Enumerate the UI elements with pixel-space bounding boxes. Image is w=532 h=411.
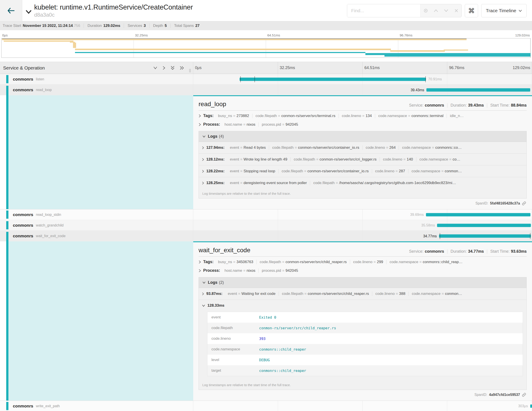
span-row-read-loop-stdin[interactable]: conmonrs read_loop_stdin 39.69ms: [0, 209, 532, 220]
process-chip: host.name=nixos: [221, 268, 259, 273]
logs-header[interactable]: Logs (2): [199, 277, 526, 288]
log-chip: code.lineno=388: [372, 292, 409, 296]
span-bar[interactable]: 303μs: [530, 404, 532, 408]
log-chip: code.filepath=conmon-rs/server/src/cri_l…: [291, 157, 380, 162]
focus-match-button[interactable]: [421, 4, 431, 17]
span-name-cell[interactable]: conmonrs watch_grandchild: [0, 220, 193, 230]
minimap-span-bar: [365, 53, 531, 55]
log-chip: event=Waiting for exit code: [225, 292, 279, 296]
span-bar[interactable]: 70.91ms: [240, 78, 426, 81]
span-row-write-exit-path[interactable]: conmonrs write_exit_path 303μs: [0, 401, 532, 411]
log-field-row: eventExited 0: [208, 312, 523, 323]
collapse-one-icon[interactable]: [153, 66, 158, 69]
span-detail-panel-read-loop: read_loop Service:conmonrs Duration:39.4…: [0, 95, 532, 209]
span-timeline-cell: 35.58ms: [193, 220, 532, 230]
deep-link-icon[interactable]: [522, 392, 526, 397]
stat-trace-start: Trace StartNovember 15 2022, 11:24:14.75…: [3, 24, 80, 28]
span-timeline-cell: 70.91ms: [193, 74, 532, 84]
chevron-right-icon: [199, 114, 201, 118]
process-row[interactable]: Process: host.name=nixos process.pid=942…: [193, 119, 532, 128]
expand-one-icon[interactable]: [162, 66, 165, 70]
log-entry[interactable]: 128.25ms: event=deregistering event sour…: [199, 177, 526, 189]
span-timeline-cell: 39.69ms: [193, 209, 532, 220]
chevron-down-icon: [202, 304, 205, 307]
operation-name: read_loop: [36, 88, 52, 92]
log-chip: code.filepath=conmon-rs/server/src/conta…: [269, 146, 362, 150]
tick-label: 96.76ms: [449, 66, 464, 70]
minimap-graph[interactable]: [1, 38, 531, 58]
service-name: conmonrs: [13, 88, 33, 92]
span-name-cell[interactable]: conmonrs wait_for_exit_code: [0, 231, 193, 241]
detail-span-title: read_loop: [199, 101, 226, 108]
span-bar[interactable]: 39.43ms: [426, 88, 530, 92]
log-entry[interactable]: 128.12ms: event=Wrote log line of length…: [199, 153, 526, 165]
log-entry[interactable]: 93.87ms: event=Waiting for exit code cod…: [199, 288, 526, 300]
tick-label: 0μs: [2, 33, 8, 37]
view-selector-button[interactable]: Trace Timeline: [481, 4, 527, 17]
tag-chip: busy_ns=34506763: [215, 260, 257, 264]
span-bar[interactable]: 34.77ms: [439, 235, 531, 238]
span-row-watch-grandchild[interactable]: conmonrs watch_grandchild 35.58ms: [0, 220, 532, 231]
span-name-cell[interactable]: conmonrs write_exit_path: [0, 401, 193, 411]
tick-label: 96.76ms: [400, 33, 413, 37]
minimap-span-bar: [384, 55, 531, 57]
next-match-button[interactable]: [441, 4, 451, 17]
span-timeline-cell: 39.43ms: [193, 85, 532, 95]
log-entry-expanded[interactable]: 128.33ms: [199, 300, 526, 311]
log-field-row: targetconmonrs::child_reaper: [208, 365, 523, 376]
chevron-right-icon: [202, 181, 204, 185]
service-color-indicator: [6, 402, 9, 410]
service-name: conmonrs: [13, 404, 33, 409]
minimap-span-bar: [75, 52, 365, 53]
span-bar[interactable]: 35.58ms: [437, 224, 531, 227]
collapse-all-icon[interactable]: [170, 66, 175, 70]
chevron-right-icon: [202, 158, 204, 161]
process-row[interactable]: Process: host.name=nixos process.pid=942…: [193, 265, 532, 274]
collapse-trace-icon[interactable]: [25, 9, 32, 15]
column-resizer[interactable]: [189, 69, 191, 72]
chevron-down-icon: [202, 281, 206, 284]
operation-name: listen: [36, 77, 44, 81]
span-name-cell[interactable]: conmonrs listen: [0, 74, 193, 84]
tags-row[interactable]: Tags: busy_ns=273882 code.filepath=conmo…: [193, 111, 532, 119]
service-operation-title: Service & Operation: [3, 65, 45, 71]
back-button[interactable]: [0, 0, 22, 21]
find-input[interactable]: [347, 4, 420, 17]
span-id-row: SpanID: 4a947cfd1ce59537: [193, 390, 532, 398]
span-name-cell[interactable]: conmonrs read_loop: [0, 85, 193, 95]
log-entry[interactable]: 128.22ms: event=Stopping read loop code.…: [199, 165, 526, 177]
expand-all-icon[interactable]: [180, 66, 184, 70]
prev-match-button[interactable]: [431, 4, 441, 17]
log-chip: code.namespace=conmon…: [408, 169, 465, 173]
deep-link-icon[interactable]: [522, 201, 526, 206]
logs-header[interactable]: Logs (4): [199, 131, 526, 142]
span-row-wait-for-exit-code[interactable]: conmonrs wait_for_exit_code 34.77ms: [0, 231, 532, 241]
log-marker: [530, 233, 531, 239]
tag-chip: code.namespace=conmonrs::child_reap…: [387, 260, 466, 264]
span-row-read-loop[interactable]: conmonrs read_loop 39.43ms: [0, 85, 532, 95]
detail-span-meta: Service:conmonrs Duration:34.77ms Start …: [409, 249, 527, 254]
top-bar-controls: ⌘ Trace Timeline: [347, 4, 527, 17]
service-name: conmonrs: [13, 234, 33, 238]
span-duration-label: 34.77ms: [423, 234, 437, 238]
span-duration-label: 70.91ms: [428, 77, 442, 81]
log-marker: [425, 76, 426, 82]
tags-row[interactable]: Tags: busy_ns=34506763 code.filepath=con…: [193, 257, 532, 265]
view-selector-label: Trace Timeline: [486, 8, 516, 13]
span-bar[interactable]: 39.69ms: [426, 213, 531, 216]
clear-find-button[interactable]: [451, 4, 461, 17]
service-color-indicator: [6, 221, 9, 229]
span-row-listen[interactable]: conmonrs listen 70.91ms: [0, 74, 532, 85]
chevron-right-icon: [202, 170, 204, 173]
service-operation-header: Service & Operation: [0, 62, 193, 74]
span-id-row: SpanID: 5faf48165428c37a: [193, 198, 532, 207]
log-chip: code.namespace=co…: [416, 157, 464, 162]
title-group: kubelet: runtime.v1.RuntimeService/Creat…: [22, 0, 193, 21]
page-title: kubelet: runtime.v1.RuntimeService/Creat…: [34, 3, 193, 11]
span-name-cell[interactable]: conmonrs read_loop_stdin: [0, 209, 193, 220]
chevron-right-icon: [202, 146, 204, 149]
arrow-left-icon: [7, 7, 15, 14]
log-entry[interactable]: 127.94ms: event=Read 4 bytes code.filepa…: [199, 142, 526, 153]
keyboard-shortcuts-button[interactable]: ⌘: [465, 4, 478, 17]
operation-name: read_loop_stdin: [36, 213, 61, 217]
